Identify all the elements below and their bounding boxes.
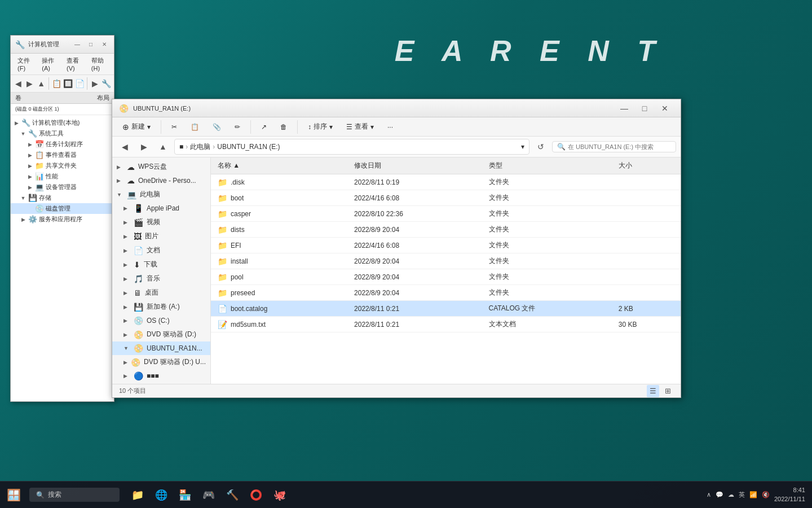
table-row[interactable]: 📁 dists 2022/8/9 20:04 文件夹 bbox=[211, 222, 681, 238]
cm-tool-btn4[interactable]: ▶ bbox=[90, 77, 100, 90]
fe-list-view-button[interactable]: ☰ bbox=[647, 385, 659, 397]
table-row[interactable]: 📁 EFI 2022/4/16 6:08 文件夹 bbox=[211, 238, 681, 253]
system-toggle[interactable]: ▼ bbox=[20, 130, 27, 137]
fe-new-button[interactable]: ⊕ 新建 ▾ bbox=[117, 120, 156, 134]
fe-refresh-button[interactable]: ↺ bbox=[533, 139, 549, 155]
sidebar-item-downloads[interactable]: ▶ ⬇ 下载 bbox=[112, 257, 210, 271]
taskbar-app-o[interactable]: ⭕ bbox=[245, 484, 267, 506]
cm-close-button[interactable]: ✕ bbox=[99, 40, 109, 50]
fe-forward-button[interactable]: ▶ bbox=[136, 139, 152, 155]
cm-tool-btn2[interactable]: 🔲 bbox=[63, 77, 73, 90]
table-row[interactable]: 📁 preseed 2022/8/9 20:04 文件夹 bbox=[211, 285, 681, 301]
cm-tool-forward[interactable]: ▶ bbox=[24, 77, 34, 90]
cm-disk-row[interactable]: (磁盘 0 磁盘分区 1) bbox=[11, 104, 114, 115]
table-row[interactable]: 📁 boot 2022/4/16 6:08 文件夹 bbox=[211, 190, 681, 206]
root-toggle[interactable]: ▶ bbox=[13, 120, 20, 126]
storage-toggle[interactable]: ▼ bbox=[20, 195, 27, 202]
fe-close-button[interactable]: ✕ bbox=[656, 100, 674, 116]
fe-up-button[interactable]: ▲ bbox=[155, 139, 171, 155]
fe-breadcrumb[interactable]: ■ › 此电脑 › UBUNTU_RA1N (E:) ▾ bbox=[174, 139, 529, 155]
sidebar-item-dvd-u[interactable]: ▶ 📀 DVD 驱动器 (D:) U... bbox=[112, 355, 210, 369]
fe-paste-button[interactable]: 📎 bbox=[207, 121, 227, 133]
table-row[interactable]: 📁 pool 2022/8/9 20:04 文件夹 bbox=[211, 269, 681, 285]
cm-tool-up[interactable]: ▲ bbox=[36, 77, 46, 90]
cm-tree-disk-management[interactable]: 💿 磁盘管理 bbox=[11, 203, 114, 214]
cm-tool-btn5[interactable]: 🔧 bbox=[102, 77, 112, 90]
cm-tree-services[interactable]: ▶ ⚙️ 服务和应用程序 bbox=[11, 214, 114, 225]
cm-tool-btn3[interactable]: 📄 bbox=[74, 77, 85, 90]
event-toggle[interactable]: ▶ bbox=[27, 152, 33, 159]
taskbar-clock[interactable]: 8:41 2022/11/11 bbox=[774, 486, 805, 503]
fe-share-button[interactable]: ↗ bbox=[255, 121, 272, 133]
fe-more-button[interactable]: ··· bbox=[382, 121, 399, 133]
cm-tree-storage[interactable]: ▼ 💾 存储 bbox=[11, 192, 114, 203]
fe-grid-view-button[interactable]: ⊞ bbox=[661, 385, 674, 397]
fe-minimize-button[interactable]: — bbox=[615, 100, 633, 116]
cm-menu-file[interactable]: 文件(F) bbox=[13, 55, 37, 73]
cm-minimize-button[interactable]: — bbox=[72, 40, 82, 50]
sidebar-item-docs[interactable]: ▶ 📄 文档 bbox=[112, 243, 210, 257]
taskbar-app-browser[interactable]: 🌐 bbox=[150, 484, 173, 506]
sidebar-item-music[interactable]: ▶ 🎵 音乐 bbox=[112, 271, 210, 286]
taskbar-app-game[interactable]: 🎮 bbox=[197, 484, 220, 506]
perf-toggle[interactable]: ▶ bbox=[27, 173, 33, 180]
taskbar-app-dev[interactable]: 🐙 bbox=[268, 484, 291, 506]
fe-maximize-button[interactable]: □ bbox=[636, 100, 654, 116]
fe-search-box[interactable]: 🔍 bbox=[552, 141, 676, 152]
table-row[interactable]: 📁 .disk 2022/8/11 0:19 文件夹 bbox=[211, 174, 681, 190]
taskbar-app-store[interactable]: 🏪 bbox=[174, 484, 196, 506]
sidebar-item-wps[interactable]: ▶ ☁ WPS云盘 bbox=[112, 160, 210, 174]
tray-cloud[interactable]: ☁ bbox=[728, 491, 734, 498]
sidebar-item-ubuntu[interactable]: ▼ 📀 UBUNTU_RA1N... bbox=[112, 341, 210, 355]
table-row[interactable]: 📁 install 2022/8/9 20:04 文件夹 bbox=[211, 253, 681, 269]
tray-volume[interactable]: 🔇 bbox=[762, 491, 770, 498]
task-toggle[interactable]: ▶ bbox=[27, 141, 33, 148]
sidebar-item-drive-d[interactable]: ▶ 📀 DVD 驱动器 (D:) bbox=[112, 327, 210, 341]
cm-tool-back[interactable]: ◀ bbox=[13, 77, 23, 90]
table-row[interactable]: 📁 casper 2022/8/10 22:36 文件夹 bbox=[211, 206, 681, 222]
cm-tree-system-tools[interactable]: ▼ 🔧 系统工具 bbox=[11, 128, 114, 139]
tray-lang[interactable]: 英 bbox=[739, 491, 745, 499]
fe-copy-button[interactable]: 📋 bbox=[185, 121, 205, 133]
cm-tree-event-viewer[interactable]: ▶ 📋 事件查看器 bbox=[11, 150, 114, 160]
col-size[interactable]: 大小 bbox=[612, 157, 681, 174]
cm-menu-help[interactable]: 帮助(H) bbox=[87, 55, 112, 73]
taskbar-app-tool[interactable]: 🔨 bbox=[221, 484, 244, 506]
cm-menu-action[interactable]: 操作(A) bbox=[37, 55, 62, 73]
tray-msg[interactable]: 💬 bbox=[716, 491, 723, 498]
sidebar-item-pictures[interactable]: ▶ 🖼 图片 bbox=[112, 229, 210, 243]
sidebar-item-onedrive[interactable]: ▶ ☁ OneDrive - Perso... bbox=[112, 174, 210, 187]
col-name[interactable]: 名称 ▲ bbox=[211, 157, 347, 174]
sidebar-item-extra[interactable]: ▶ 🔵 ■■■ bbox=[112, 369, 210, 383]
sidebar-item-video[interactable]: ▶ 🎬 视频 bbox=[112, 215, 210, 229]
fe-sort-button[interactable]: ↕ 排序 ▾ bbox=[302, 120, 338, 134]
cm-tree-device-manager[interactable]: ▶ 💻 设备管理器 bbox=[11, 182, 114, 192]
cm-tree-task-scheduler[interactable]: ▶ 📅 任务计划程序 bbox=[11, 139, 114, 150]
fe-rename-button[interactable]: ✏ bbox=[229, 121, 246, 133]
fe-back-button[interactable]: ◀ bbox=[117, 139, 133, 155]
breadcrumb-dropdown[interactable]: ▾ bbox=[521, 143, 524, 151]
taskbar-app-explorer[interactable]: 📁 bbox=[126, 484, 149, 506]
cm-tool-btn1[interactable]: 📋 bbox=[51, 77, 61, 90]
table-row[interactable]: 📝 md5sum.txt 2022/8/11 0:21 文本文档 30 KB bbox=[211, 317, 681, 332]
sidebar-item-desktop[interactable]: ▶ 🖥 桌面 bbox=[112, 286, 210, 300]
col-modified[interactable]: 修改日期 bbox=[347, 157, 482, 174]
table-row[interactable]: 📄 boot.catalog 2022/8/11 0:21 CATALOG 文件… bbox=[211, 301, 681, 317]
cm-maximize-button[interactable]: □ bbox=[86, 40, 96, 50]
sidebar-item-thispc[interactable]: ▼ 💻 此电脑 bbox=[112, 187, 210, 202]
sidebar-item-ipad[interactable]: ▶ 📱 Apple iPad bbox=[112, 202, 210, 215]
sidebar-item-drive-c[interactable]: ▶ 💿 OS (C:) bbox=[112, 314, 210, 327]
taskbar-search[interactable]: 🔍 搜索 bbox=[29, 488, 120, 502]
breadcrumb-pc[interactable]: 此电脑 bbox=[190, 142, 210, 152]
cm-tree-shared-folders[interactable]: ▶ 📁 共享文件夹 bbox=[11, 160, 114, 171]
search-input[interactable] bbox=[568, 143, 671, 150]
tray-wifi[interactable]: 📶 bbox=[749, 491, 757, 498]
svc-toggle[interactable]: ▶ bbox=[20, 216, 27, 223]
cm-menu-view[interactable]: 查看(V) bbox=[62, 55, 87, 73]
sidebar-item-drive-a[interactable]: ▶ 💾 新加卷 (A:) bbox=[112, 300, 210, 314]
cm-tree-performance[interactable]: ▶ 📊 性能 bbox=[11, 171, 114, 182]
tray-expand[interactable]: ∧ bbox=[707, 491, 711, 498]
device-toggle[interactable]: ▶ bbox=[27, 184, 33, 191]
fe-cut-button[interactable]: ✂ bbox=[166, 121, 183, 133]
cm-tree-root[interactable]: ▶ 🔧 计算机管理(本地) bbox=[11, 117, 114, 128]
